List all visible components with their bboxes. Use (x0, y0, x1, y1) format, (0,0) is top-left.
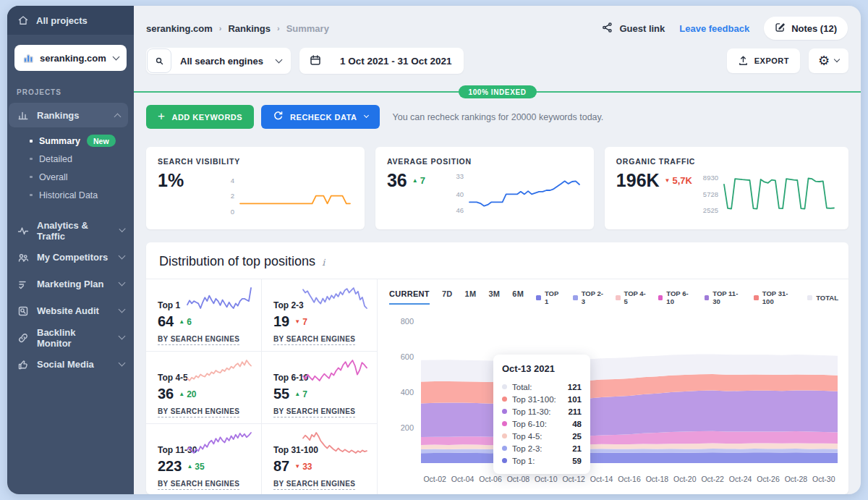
svg-text:33: 33 (456, 172, 464, 180)
leave-feedback-link[interactable]: Leave feedback (679, 23, 749, 34)
chevron-down-icon (119, 333, 126, 340)
info-icon[interactable]: i (322, 257, 325, 268)
chevron-up-icon (114, 113, 122, 120)
chevron-down-icon (119, 360, 126, 367)
svg-text:600: 600 (401, 352, 414, 361)
export-button[interactable]: EXPORT (727, 48, 800, 73)
position-mini-cards: Top 1 646 BY SEARCH ENGINES Top 2-3 197 … (146, 279, 378, 494)
by-search-engines-link[interactable]: BY SEARCH ENGINES (273, 407, 355, 418)
tooltip-row: Top 31-100:101 (502, 393, 582, 405)
marketing-plan-icon (17, 279, 29, 290)
tab-7d[interactable]: 7D (442, 289, 453, 303)
svg-text:Oct-08: Oct-08 (507, 475, 530, 483)
by-search-engines-link[interactable]: BY SEARCH ENGINES (158, 407, 239, 418)
rankings-icon (17, 109, 29, 121)
svg-text:Oct-20: Oct-20 (673, 475, 697, 483)
metric-card-search-visibility: SEARCH VISIBILITY 1% 420 (146, 147, 365, 229)
by-search-engines-link[interactable]: BY SEARCH ENGINES (273, 480, 355, 490)
project-selector[interactable]: seranking.com (14, 45, 127, 71)
settings-button[interactable]: ⚙ (809, 48, 848, 73)
sidebar-item-label: My Competitors (37, 252, 108, 263)
breadcrumb-summary: Summary (286, 23, 329, 34)
tab-6m[interactable]: 6M (512, 289, 524, 303)
subitem-label: Overall (39, 172, 68, 182)
all-projects-link[interactable]: All projects (7, 6, 134, 35)
sidebar-subitem-summary[interactable]: Summary New (7, 132, 134, 150)
distribution-title: Distribution of top positions (159, 254, 315, 269)
gear-icon: ⚙ (818, 54, 830, 67)
date-range-picker[interactable]: 1 Oct 2021 - 31 Oct 2021 (299, 48, 464, 74)
distribution-card: Distribution of top positions i Top 1 64… (146, 242, 848, 494)
legend-total[interactable]: TOTAL (807, 294, 838, 302)
sidebar-subitem-detailed[interactable]: Detailed (7, 150, 134, 168)
stacked-chart-canvas: 200400600800Oct-02Oct-04Oct-06Oct-08Oct-… (389, 311, 845, 493)
sidebar-item-analytics-traffic[interactable]: Analytics & Traffic (7, 217, 134, 244)
tab-3m[interactable]: 3M (488, 289, 500, 303)
svg-text:Oct-30: Oct-30 (812, 475, 835, 483)
position-value: 8733 (273, 458, 368, 475)
sidebar-item-my-competitors[interactable]: My Competitors (7, 244, 134, 271)
sidebar-subitem-historical-data[interactable]: Historical Data (7, 186, 134, 204)
metric-delta: 5,7K (665, 175, 692, 187)
guest-link-button[interactable]: Guest link (602, 22, 665, 35)
main-content: seranking.com › Rankings › Summary Guest… (134, 6, 861, 494)
position-value: 22335 (158, 458, 252, 475)
svg-text:800: 800 (401, 317, 414, 326)
legend-top-1[interactable]: TOP 1 (536, 289, 563, 305)
backlink-icon (17, 332, 29, 344)
sidebar-item-website-audit[interactable]: Website Audit (7, 297, 134, 324)
svg-text:0: 0 (231, 208, 234, 216)
svg-text:200: 200 (401, 423, 414, 432)
by-search-engines-link[interactable]: BY SEARCH ENGINES (273, 335, 355, 345)
social-media-icon (17, 359, 29, 370)
recheck-data-button[interactable]: RECHECK DATA (261, 105, 380, 129)
notes-button[interactable]: Notes (12) (764, 17, 848, 40)
by-search-engines-link[interactable]: BY SEARCH ENGINES (158, 480, 239, 490)
sidebar-subitem-overall[interactable]: Overall (7, 168, 134, 186)
website-audit-icon (17, 305, 29, 317)
svg-text:2525: 2525 (703, 206, 718, 214)
plus-icon: + (158, 110, 165, 122)
tab-current[interactable]: CURRENT (389, 289, 430, 305)
breadcrumb-rankings[interactable]: Rankings (228, 23, 271, 34)
svg-text:Oct-04: Oct-04 (451, 475, 475, 483)
tooltip-row: Top 11-30:211 (502, 405, 582, 418)
search-engine-select[interactable]: All search engines (146, 48, 291, 74)
chart-range-tabs: CURRENT 7D 1M 3M 6M TOP 1 TOP 2-3 TOP 4-… (389, 289, 843, 305)
tab-1m[interactable]: 1M (465, 289, 477, 303)
add-keywords-button[interactable]: + ADD KEYWORDS (146, 105, 254, 129)
tooltip-row: Top 6-10:48 (502, 418, 582, 430)
sidebar-item-social-media[interactable]: Social Media (7, 351, 134, 378)
metric-value: 1% (158, 169, 184, 191)
recheck-hint: You can recheck rankings for 20000 keywo… (392, 112, 603, 122)
legend-top-4-5[interactable]: TOP 4-5 (616, 289, 649, 305)
legend-top-6-10[interactable]: TOP 6-10 (658, 289, 695, 305)
position-value: 197 (273, 313, 368, 330)
new-badge: New (87, 135, 116, 147)
recheck-label: RECHECK DATA (290, 113, 357, 122)
position-delta: 33 (294, 462, 312, 472)
app-window: All projects seranking.com PROJECTS Rank… (7, 6, 861, 494)
search-icon (147, 48, 171, 73)
legend-top-31-100[interactable]: TOP 31-100 (754, 289, 798, 305)
sidebar-item-backlink-monitor[interactable]: Backlink Monitor (7, 324, 134, 351)
chart-legend: TOP 1 TOP 2-3 TOP 4-5 TOP 6-10 TOP 11-30… (536, 289, 843, 305)
date-range-value: 1 Oct 2021 - 31 Oct 2021 (340, 56, 452, 67)
home-icon (17, 14, 29, 26)
sidebar-item-label: Rankings (37, 110, 80, 121)
sidebar-item-marketing-plan[interactable]: Marketing Plan (7, 271, 134, 297)
metric-title: AVERAGE POSITION (387, 157, 582, 166)
sidebar-item-label: Website Audit (37, 305, 99, 316)
legend-top-2-3[interactable]: TOP 2-3 (573, 289, 606, 305)
svg-text:40: 40 (456, 190, 464, 198)
chart-tooltip: Oct-13 2021 Total:121 Top 31-100:101 Top… (493, 355, 590, 474)
position-label: Top 2-3 (273, 300, 304, 310)
by-search-engines-link[interactable]: BY SEARCH ENGINES (158, 335, 239, 345)
legend-top-11-30[interactable]: TOP 11-30 (705, 289, 745, 305)
chevron-down-icon (119, 253, 126, 260)
breadcrumb-project[interactable]: seranking.com (146, 23, 213, 34)
stacked-area-chart[interactable]: 200400600800Oct-02Oct-04Oct-06Oct-08Oct-… (389, 311, 843, 494)
sidebar-item-rankings[interactable]: Rankings (9, 103, 128, 127)
competitors-icon (17, 252, 29, 263)
position-card-top-2-3: Top 2-3 197 BY SEARCH ENGINES (262, 279, 377, 351)
